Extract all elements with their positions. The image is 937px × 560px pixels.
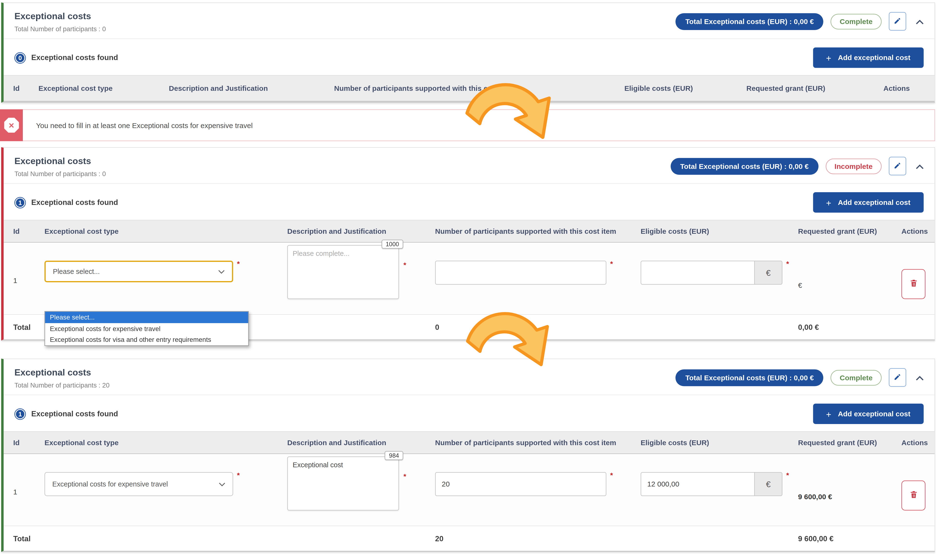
description-textarea[interactable] [287, 245, 399, 299]
add-exceptional-cost-button[interactable]: + Add exceptional cost [813, 48, 923, 68]
table-row: 1 Please select... * 1000 * [4, 243, 935, 314]
col-requested: Requested grant (EUR) [798, 438, 902, 447]
section-subtitle: Total Number of participants : 20 [14, 382, 109, 389]
section-header: Exceptional costs Total Number of partic… [4, 3, 935, 39]
total-label: Total [13, 534, 287, 543]
euro-suffix: € [755, 261, 783, 285]
table-header: Id Exceptional cost type Description and… [4, 431, 935, 454]
dropdown-option-visa[interactable]: Exceptional costs for visa and other ent… [45, 334, 248, 345]
description-textarea[interactable]: Exceptional cost [287, 457, 399, 511]
found-row: 0 Exceptional costs found + Add exceptio… [4, 39, 935, 75]
col-description: Description and Justification [169, 84, 334, 92]
total-row: Total 20 9 600,00 € [4, 526, 935, 551]
row-id: 1 [13, 472, 45, 496]
row-id: 1 [13, 261, 45, 285]
cell-participants: * [435, 472, 641, 496]
requested-grant-value: € [798, 261, 902, 289]
table-header: Id Exceptional cost type Description and… [4, 75, 935, 102]
eligible-costs-input[interactable] [641, 261, 755, 285]
requested-grant-value: 9 600,00 € [798, 472, 902, 501]
status-badge: Complete [831, 370, 882, 385]
chevron-down-icon [219, 480, 225, 488]
pencil-icon [894, 161, 902, 171]
status-badge: Complete [831, 14, 882, 29]
dropdown-option-expensive-travel[interactable]: Exceptional costs for expensive travel [45, 323, 248, 334]
delete-row-button[interactable] [902, 269, 925, 299]
cell-type: Please select... * [45, 261, 287, 282]
cost-type-dropdown: Please select... Exceptional costs for e… [45, 311, 249, 346]
plus-icon: + [826, 409, 831, 419]
collapse-section-button[interactable] [916, 372, 924, 383]
add-exceptional-cost-button[interactable]: + Add exceptional cost [813, 192, 923, 212]
section-subtitle: Total Number of participants : 0 [14, 170, 106, 177]
screenshot-viewport: Exceptional costs Total Number of partic… [0, 0, 937, 560]
required-asterisk: * [237, 471, 240, 479]
cost-type-select[interactable]: Please select... [45, 261, 233, 282]
table-row: 1 Exceptional costs for expensive travel… [4, 454, 935, 526]
chevron-up-icon [916, 372, 924, 383]
section-title: Exceptional costs [14, 156, 106, 166]
pencil-icon [894, 372, 902, 382]
eligible-costs-input[interactable] [641, 472, 755, 496]
cell-participants: * [435, 261, 641, 285]
delete-row-button[interactable] [902, 480, 925, 511]
collapse-section-button[interactable] [916, 16, 924, 27]
section-header-right: Total Exceptional costs (EUR) : 0,00 € C… [676, 367, 923, 387]
euro-suffix: € [755, 472, 783, 496]
trash-icon [909, 278, 918, 290]
pencil-icon [894, 17, 902, 26]
section-header-right: Total Exceptional costs (EUR) : 0,00 € I… [670, 156, 923, 175]
col-actions: Actions [902, 227, 928, 235]
col-requested: Requested grant (EUR) [746, 84, 883, 92]
cell-description: Exceptional cost 984 * [287, 472, 435, 512]
add-exceptional-cost-button[interactable]: + Add exceptional cost [813, 404, 923, 424]
collapse-section-button[interactable] [916, 161, 924, 172]
participants-input[interactable] [435, 261, 606, 285]
edit-section-button[interactable] [889, 368, 906, 387]
plus-icon: + [826, 52, 831, 63]
status-badge: Incomplete [826, 158, 882, 174]
required-asterisk: * [786, 471, 789, 479]
found-count-icon: 1 [14, 197, 26, 208]
table-header: Id Exceptional cost type Description and… [4, 220, 935, 243]
total-costs-badge: Total Exceptional costs (EUR) : 0,00 € [676, 13, 823, 30]
edit-section-button[interactable] [889, 157, 906, 175]
plus-icon: + [826, 197, 831, 208]
found-label: Exceptional costs found [31, 409, 118, 418]
section-title: Exceptional costs [14, 367, 109, 377]
cell-actions [902, 472, 925, 511]
edit-section-button[interactable] [889, 12, 906, 31]
error-message: You need to fill in at least one Excepti… [23, 110, 253, 141]
required-asterisk: * [403, 472, 406, 480]
section-header-left: Exceptional costs Total Number of partic… [14, 11, 106, 32]
col-eligible: Eligible costs (EUR) [641, 438, 798, 447]
exceptional-costs-section-complete-empty: Exceptional costs Total Number of partic… [1, 2, 935, 103]
cost-type-select[interactable]: Exceptional costs for expensive travel [45, 472, 233, 496]
dropdown-option-please-select[interactable]: Please select... [45, 312, 248, 323]
section-header: Exceptional costs Total Number of partic… [4, 359, 935, 395]
total-participants: 20 [435, 534, 641, 543]
cell-eligible: € * [641, 261, 798, 285]
total-costs-badge: Total Exceptional costs (EUR) : 0,00 € [676, 369, 823, 386]
add-button-label: Add exceptional cost [838, 54, 911, 62]
col-id: Id [13, 227, 45, 235]
col-type: Exceptional cost type [39, 84, 169, 92]
exceptional-costs-section-complete-filled: Exceptional costs Total Number of partic… [1, 358, 935, 552]
total-requested: 9 600,00 € [798, 534, 902, 543]
col-requested: Requested grant (EUR) [798, 227, 902, 235]
required-asterisk: * [403, 261, 406, 269]
col-type: Exceptional cost type [45, 227, 287, 235]
section-header-left: Exceptional costs Total Number of partic… [14, 156, 106, 177]
col-actions: Actions [883, 84, 925, 92]
total-participants: 0 [435, 323, 641, 331]
required-asterisk: * [786, 260, 789, 268]
found-counter: 1 Exceptional costs found [14, 197, 118, 208]
add-button-label: Add exceptional cost [838, 409, 911, 418]
col-participants: Number of participants supported with th… [334, 84, 624, 92]
found-row: 1 Exceptional costs found + Add exceptio… [4, 184, 935, 220]
participants-input[interactable] [435, 472, 606, 496]
found-label: Exceptional costs found [31, 54, 118, 62]
validation-error-banner: ✕ You need to fill in at least one Excep… [0, 109, 935, 141]
cell-eligible: € * [641, 472, 798, 496]
col-type: Exceptional cost type [45, 438, 287, 447]
